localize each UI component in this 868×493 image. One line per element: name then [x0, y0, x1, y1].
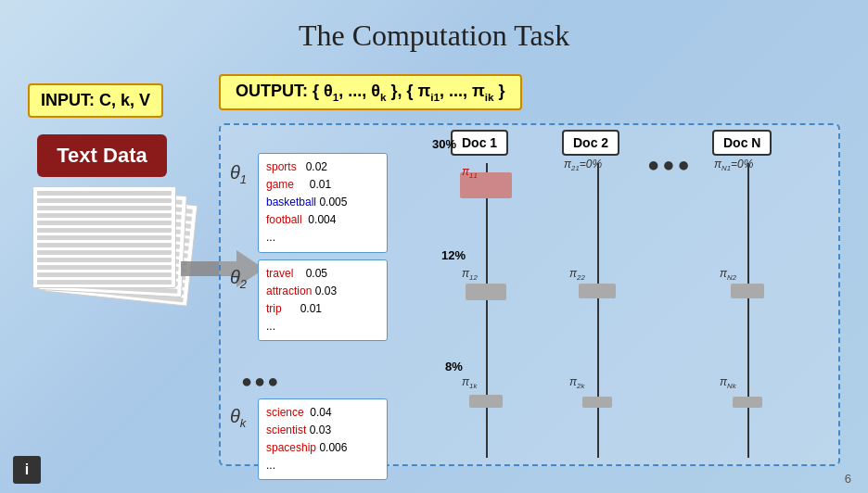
docs-dots: ●●● — [647, 153, 693, 177]
topic-label-1: θ1 — [230, 153, 258, 186]
topic-row-2: θ2 travel 0.05 attraction 0.03 trip 0.01… — [230, 259, 388, 342]
topic-label-2: θ2 — [230, 259, 258, 291]
papers-stack — [32, 186, 199, 307]
output-box: OUTPUT: { θ1, ..., θk }, { πi1, ..., πik… — [219, 74, 522, 110]
slide-container: The Computation Task INPUT: C, k, V Text… — [0, 0, 868, 493]
topic-dots-k: ... — [266, 457, 379, 474]
topic-box-2: travel 0.05 attraction 0.03 trip 0.01 ..… — [258, 259, 388, 342]
topic-word-1-4: football 0.004 — [266, 211, 379, 229]
doc1-pct-2: 12% — [441, 248, 466, 262]
topic-box-1: sports 0.02 game 0.01 basketball 0.005 f… — [258, 153, 388, 253]
slide-title: The Computation Task — [28, 19, 840, 53]
topic-row-1: θ1 sports 0.02 game 0.01 basketball 0.00… — [230, 153, 388, 253]
topic-dots-1: ... — [266, 229, 379, 246]
input-box: INPUT: C, k, V — [28, 83, 163, 118]
doc1-header: Doc 1 — [451, 130, 508, 156]
topic-row-k: θk science 0.04 scientist 0.03 spaceship… — [230, 398, 388, 481]
paper-3 — [32, 186, 176, 288]
topic-middle-dots: ●●● — [241, 371, 280, 392]
doc1-pi-1: π11 — [462, 165, 478, 180]
topic-box-k: science 0.04 scientist 0.03 spaceship 0.… — [258, 398, 388, 481]
docN-line — [747, 163, 749, 458]
doc1-line — [486, 163, 488, 458]
topic-word-k-1: science 0.04 — [266, 404, 379, 422]
text-data-box: Text Data — [37, 134, 167, 177]
doc2-pi-k: π2k — [569, 375, 584, 390]
topic-word-2-2: attraction 0.03 — [266, 283, 379, 300]
docN-pi-2: πN2 — [720, 267, 736, 282]
topic-word-k-3: spaceship 0.006 — [266, 439, 379, 457]
doc2-pi-2: π22 — [569, 267, 585, 282]
docN-pi-k: πNk — [720, 375, 736, 390]
doc1-pct-k: 8% — [445, 360, 463, 373]
topic-word-1-2: game 0.01 — [266, 176, 379, 194]
doc2-col: Doc 2 π21=0% π22 π2k — [562, 130, 619, 458]
doc1-pi-k: π1k — [462, 375, 477, 390]
doc2-line — [597, 163, 599, 458]
docN-col: Doc N πN1=0% πN2 πNk — [712, 130, 772, 458]
doc2-pi-1: π21=0% — [564, 158, 602, 172]
doc2-bar-k — [582, 397, 612, 408]
topic-word-2-3: trip 0.01 — [266, 300, 379, 318]
docN-bar-2 — [731, 284, 764, 298]
topic-label-k: θk — [230, 398, 258, 430]
doc1-bar-2 — [466, 284, 506, 300]
doc1-col: Doc 1 30% π11 12% π12 8% π1k — [451, 130, 508, 458]
topic-word-1-1: sports 0.02 — [266, 158, 379, 176]
docN-bar-k — [733, 397, 762, 408]
docN-header: Doc N — [712, 130, 772, 156]
doc2-bar-2 — [579, 284, 616, 298]
main-area: OUTPUT: { θ1, ..., θk }, { πi1, ..., πik… — [219, 74, 849, 466]
docN-pi-1: πN1=0% — [714, 158, 753, 172]
doc1-pi-2: π12 — [462, 267, 478, 282]
diagram-box: θ1 sports 0.02 game 0.01 basketball 0.00… — [219, 123, 840, 466]
topic-word-1-3: basketball 0.005 — [266, 194, 379, 211]
topic-dots-2: ... — [266, 318, 379, 335]
topic-word-2-1: travel 0.05 — [266, 265, 379, 283]
logo: i — [13, 456, 41, 484]
doc1-bar-k — [469, 395, 503, 408]
doc2-header: Doc 2 — [562, 130, 619, 156]
page-number: 6 — [845, 472, 851, 486]
topic-word-k-2: scientist 0.03 — [266, 422, 379, 439]
doc1-pct-1: 30% — [432, 137, 456, 151]
